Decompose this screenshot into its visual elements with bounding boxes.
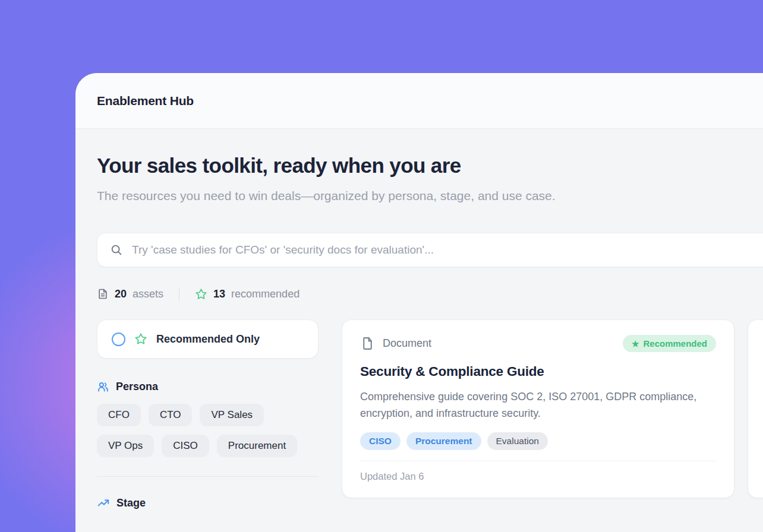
search-bar[interactable] <box>97 233 763 267</box>
filters-sidebar: Recommended Only Persona CFO <box>97 319 319 509</box>
radio-circle-icon[interactable] <box>112 332 125 346</box>
persona-label: Persona <box>116 381 158 393</box>
card-description: Comprehensive guide covering SOC 2, ISO … <box>360 389 717 422</box>
persona-chips: CFO CTO VP Sales VP Ops CISO Procurement <box>97 404 319 457</box>
tag-ciso[interactable]: CISO <box>360 432 401 450</box>
recommended-only-label: Recommended Only <box>156 333 260 346</box>
enablement-hub-panel: Enablement Hub Your sales toolkit, ready… <box>75 73 763 532</box>
page-subtitle: The resources you need to win deals—orga… <box>97 186 587 206</box>
recommended-label: recommended <box>231 288 299 300</box>
search-icon <box>110 243 123 256</box>
card-type: Document <box>360 336 431 351</box>
card-updated: Updated Jan 6 <box>360 461 716 496</box>
persona-chip-vp-sales[interactable]: VP Sales <box>200 404 264 426</box>
stage-label: Stage <box>116 497 146 509</box>
app-title: Enablement Hub <box>97 94 194 108</box>
assets-stat: 20 assets <box>97 288 163 300</box>
star-outline-icon <box>195 288 207 300</box>
stage-filter-header: Stage <box>97 496 319 509</box>
persona-chip-procurement[interactable]: Procurement <box>217 435 297 457</box>
recommended-stat: 13 recommended <box>195 288 299 300</box>
tag-procurement[interactable]: Procurement <box>406 432 481 450</box>
file-icon <box>360 336 375 351</box>
star-outline-icon <box>134 332 147 346</box>
panel-header: Enablement Hub <box>75 73 763 129</box>
persona-chip-ciso[interactable]: CISO <box>162 435 209 457</box>
card-type-label: Document <box>383 337 431 350</box>
asset-cards: Document ★ Recommended Security & Compli… <box>342 319 763 498</box>
assets-count: 20 <box>115 288 127 300</box>
recommended-badge-label: Recommended <box>643 338 707 349</box>
card-title: Security & Compliance Guide <box>360 364 716 379</box>
search-input[interactable] <box>132 243 763 256</box>
recommended-only-toggle[interactable]: Recommended Only <box>97 319 319 359</box>
clipped-asset-card[interactable] <box>748 319 763 498</box>
persona-chip-cfo[interactable]: CFO <box>97 404 141 426</box>
card-tags: CISO Procurement Evaluation <box>360 432 716 450</box>
tag-evaluation[interactable]: Evaluation <box>487 432 548 450</box>
star-filled-icon: ★ <box>632 340 639 348</box>
persona-filter-header: Persona <box>97 381 319 393</box>
sidebar-divider <box>97 476 319 477</box>
persona-chip-cto[interactable]: CTO <box>149 404 193 426</box>
page-title: Your sales toolkit, ready when you are <box>97 154 763 178</box>
file-text-icon <box>97 288 109 300</box>
recommended-badge: ★ Recommended <box>623 335 716 352</box>
recommended-count: 13 <box>213 288 225 300</box>
users-icon <box>97 381 109 393</box>
panel-body: Your sales toolkit, ready when you are T… <box>75 154 763 509</box>
persona-chip-vp-ops[interactable]: VP Ops <box>97 435 154 457</box>
stats-row: 20 assets 13 recommended <box>97 287 763 300</box>
trending-up-icon <box>97 496 110 509</box>
asset-card-security-compliance-guide[interactable]: Document ★ Recommended Security & Compli… <box>342 319 734 498</box>
stats-divider <box>179 287 179 300</box>
assets-label: assets <box>133 288 163 300</box>
